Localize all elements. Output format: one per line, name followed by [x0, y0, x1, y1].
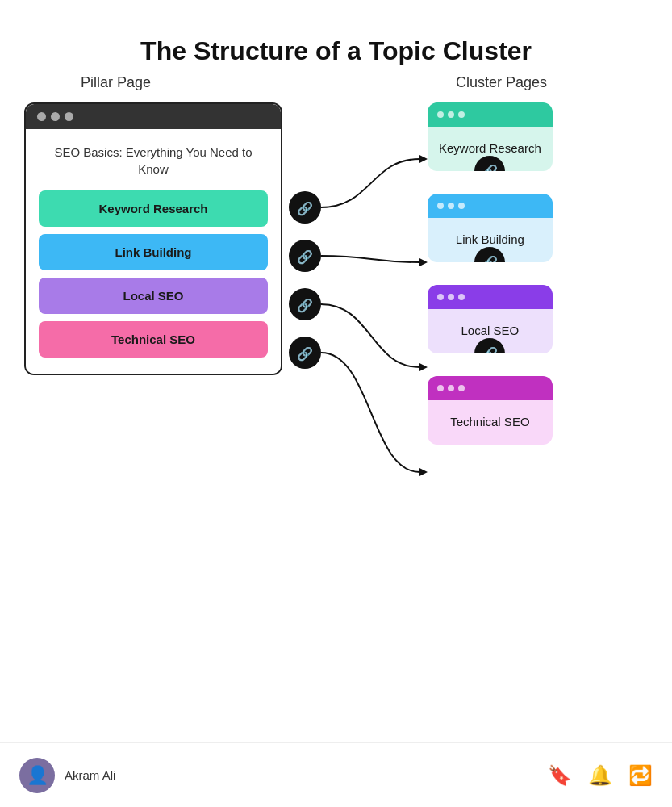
cluster-card-keyword: Keyword Research 🔗: [428, 102, 553, 171]
pillar-page-title: SEO Basics: Everything You Need to Know: [39, 144, 268, 178]
bookmark-icon[interactable]: 🔖: [548, 764, 572, 787]
browser-dot-1: [37, 112, 46, 121]
browser-dot-3: [65, 112, 73, 121]
refresh-icon[interactable]: 🔁: [628, 764, 653, 787]
browser-bar: [26, 104, 281, 129]
diagram-container: Pillar Page Cluster Pages SEO Basics: Ev…: [0, 74, 672, 736]
footer: 👤 Akram Ali 🔖 🔔 🔁: [0, 742, 672, 807]
cluster-label: Cluster Pages: [456, 74, 547, 91]
svg-text:🔗: 🔗: [297, 201, 313, 216]
browser-dot-2: [51, 112, 60, 121]
svg-point-2: [289, 240, 321, 272]
svg-text:🔗: 🔗: [297, 249, 313, 265]
cluster-card-local: Local SEO 🔗: [428, 285, 553, 353]
pillar-item-link: Link Building: [39, 234, 268, 270]
svg-marker-8: [419, 155, 428, 163]
svg-text:🔗: 🔗: [297, 346, 313, 362]
svg-marker-9: [419, 258, 428, 266]
svg-marker-11: [419, 468, 428, 476]
svg-text:🔗: 🔗: [297, 298, 313, 313]
bell-icon[interactable]: 🔔: [588, 764, 612, 787]
page-title: The Structure of a Topic Cluster: [0, 0, 672, 74]
svg-point-6: [289, 337, 321, 369]
svg-point-0: [289, 191, 321, 224]
cluster-card-technical: Technical SEO: [428, 376, 553, 445]
pillar-label: Pillar Page: [81, 74, 151, 91]
pillar-window: SEO Basics: Everything You Need to Know …: [24, 102, 282, 375]
cluster-card-technical-label: Technical SEO: [428, 400, 553, 445]
svg-point-4: [289, 288, 321, 320]
avatar: 👤: [19, 758, 55, 793]
svg-marker-10: [419, 363, 428, 371]
footer-icons: 🔖 🔔 🔁: [548, 764, 653, 787]
pillar-item-local: Local SEO: [39, 278, 268, 314]
pillar-item-keyword: Keyword Research: [39, 190, 268, 227]
pillar-item-technical: Technical SEO: [39, 321, 268, 358]
cluster-card-link: Link Building 🔗: [428, 194, 553, 262]
pillar-items-list: Keyword Research Link Building Local SEO…: [39, 190, 268, 358]
author-name: Akram Ali: [65, 768, 115, 782]
cluster-cards: Keyword Research 🔗 Link Building 🔗 Local…: [428, 102, 553, 451]
